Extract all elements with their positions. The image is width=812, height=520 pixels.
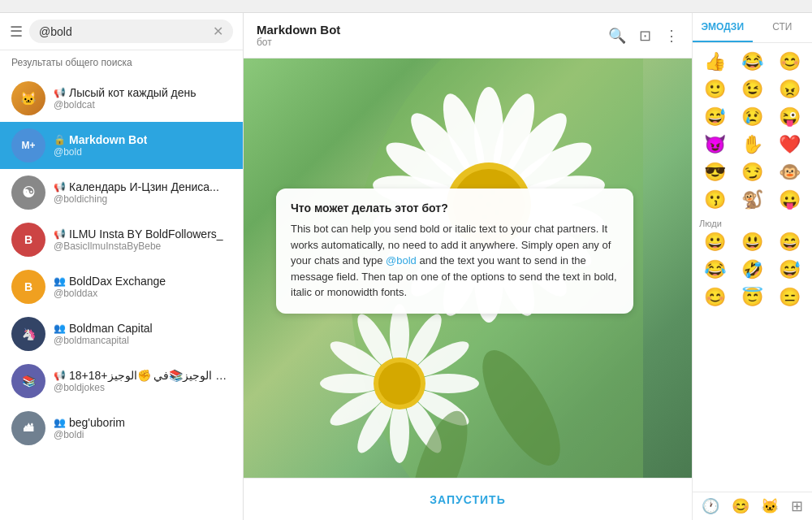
emoji-hand[interactable]: ✋ — [740, 132, 765, 157]
emoji-row-4: 😈 ✋ ❤️ — [696, 132, 809, 157]
bubble-title: Что может делать этот бот? — [291, 202, 619, 214]
emoji-sunglasses[interactable]: 😎 — [702, 160, 728, 184]
contact-item-boldcat[interactable]: 🐱 📢 Лысый кот каждый день @boldcat — [0, 75, 243, 122]
tab-stickers[interactable]: СТИ — [753, 13, 813, 42]
chat-title: Markdown Bot — [257, 23, 608, 37]
start-button[interactable]: ЗАПУСТИТЬ — [430, 493, 505, 506]
chat-background: Что может делать этот бот? This bot can … — [244, 58, 692, 478]
emoji-section-people: Люди — [696, 215, 809, 230]
search-chat-icon[interactable]: 🔍 — [608, 27, 626, 45]
contact-info-boldjokes: 📢 18+علم الوجيز📚في ✊الوجيز+18 @boldjokes — [54, 369, 231, 393]
emoji-slight-smile[interactable]: 🙂 — [702, 77, 728, 102]
avatar-bolddax: B — [11, 270, 45, 304]
contact-info-markdown: 🔒 Markdown Bot @bold — [54, 133, 231, 158]
emoji-wink-tongue[interactable]: 😜 — [777, 105, 802, 129]
emoji-kissing[interactable]: 😗 — [702, 188, 728, 212]
emoji-row-people-1: 😀 😃 😄 — [696, 230, 809, 254]
search-input[interactable] — [39, 25, 213, 38]
emoji-monkey-face[interactable]: 🐵 — [777, 160, 802, 184]
emoji-cry[interactable]: 😢 — [740, 105, 765, 129]
emoji-row-2: 🙂 😉 😠 — [696, 77, 809, 102]
emoji-wink[interactable]: 😉 — [740, 77, 765, 102]
svg-point-37 — [320, 374, 382, 393]
emoji-rofl[interactable]: 🤣 — [740, 258, 765, 282]
contact-name-markdown: Markdown Bot — [69, 133, 147, 146]
emoji-tongue[interactable]: 😛 — [777, 188, 802, 212]
chat-header: Markdown Bot бот 🔍 ⊡ ⋮ — [244, 13, 692, 58]
emoji-devil[interactable]: 😈 — [702, 132, 728, 157]
contact-handle-boldiching: @boldiching — [54, 193, 231, 205]
search-clear-icon[interactable]: ✕ — [213, 24, 223, 39]
emoji-smiley[interactable]: 😃 — [740, 230, 765, 254]
contact-item-beguborim[interactable]: 🏙 👥 beg'uborim @boldi — [0, 405, 243, 452]
emoji-thumbsup[interactable]: 👍 — [702, 50, 728, 74]
contact-item-boldjokes[interactable]: 📚 📢 18+علم الوجيز📚في ✊الوجيز+18 @boldjok… — [0, 358, 243, 405]
emoji-grid: 👍 😂 😊 🙂 😉 😠 😅 😢 😜 😈 ✋ ❤️ 😎 😏 — [693, 43, 812, 492]
channel-icon-basicilmu: 📢 — [54, 228, 66, 240]
contact-item-bolddax[interactable]: B 👥 BoldDax Exchange @bolddax — [0, 263, 243, 310]
emoji-smile[interactable]: 😊 — [777, 50, 802, 74]
chat-header-icons: 🔍 ⊡ ⋮ — [608, 27, 679, 45]
contact-name-basicilmu: ILMU Insta BY BoldFollowers_ — [69, 228, 223, 240]
contact-name-bolddax: BoldDax Exchange — [69, 275, 166, 288]
contact-info-boldiching: 📢 Календарь И-Цзин Дениса... @boldiching — [54, 180, 231, 205]
channel-icon-boldiching: 📢 — [54, 181, 66, 193]
contact-item-boldman[interactable]: 🦄 👥 Boldman Capital @boldmancapital — [0, 310, 243, 358]
emoji-row-6: 😗 🐒 😛 — [696, 188, 809, 212]
sidebar: ☰ ✕ Результаты общего поиска 🐱 📢 Лысый к… — [0, 13, 244, 520]
avatar-boldjokes: 📚 — [11, 364, 45, 398]
svg-point-34 — [390, 401, 409, 463]
contact-name-boldcat: Лысый кот каждый день — [69, 86, 197, 99]
animal-category-icon[interactable]: 🐱 — [761, 497, 779, 515]
avatar-basicilmu: B — [11, 223, 45, 257]
search-section-label: Результаты общего поиска — [0, 50, 243, 75]
contact-handle-bolddax: @bolddax — [54, 288, 231, 299]
contact-item-markdown[interactable]: M+ 🔒 Markdown Bot @bold — [0, 122, 243, 169]
contact-name-boldjokes: 18+علم الوجيز📚في ✊الوجيز+18 — [69, 369, 231, 382]
recent-icon[interactable]: 🕐 — [702, 497, 719, 515]
contact-info-boldcat: 📢 Лысый кот каждый день @boldcat — [54, 86, 231, 110]
grid-category-icon[interactable]: ⊞ — [791, 497, 803, 515]
emoji-blush[interactable]: 😊 — [702, 285, 728, 310]
emoji-row-5: 😎 😏 🐵 — [696, 160, 809, 184]
emoji-tabs: ЭМОДЗИ СТИ — [693, 13, 812, 43]
search-input-wrap: ✕ — [29, 20, 233, 43]
contact-item-basicilmu[interactable]: B 📢 ILMU Insta BY BoldFollowers_ @BasicI… — [0, 216, 243, 263]
avatar-boldman: 🦄 — [11, 317, 45, 351]
contact-item-boldiching[interactable]: ☯ 📢 Календарь И-Цзин Дениса... @boldichi… — [0, 169, 243, 216]
group-icon-bolddax: 👥 — [54, 275, 66, 287]
chat-subtitle: бот — [257, 37, 608, 48]
emoji-innocent[interactable]: 😇 — [740, 285, 765, 310]
contact-handle-boldcat: @boldcat — [54, 99, 231, 110]
message-bubble: Что может делать этот бот? This bot can … — [276, 188, 633, 314]
bubble-text: This bot can help you send bold or itali… — [291, 221, 619, 301]
emoji-row-people-2: 😂 🤣 😅 — [696, 258, 809, 282]
emoji-grin[interactable]: 😀 — [702, 230, 728, 254]
emoji-sweat-smile[interactable]: 😅 — [702, 105, 728, 129]
contact-name-boldiching: Календарь И-Цзин Дениса... — [69, 180, 219, 193]
emoji-sweat[interactable]: 😅 — [777, 258, 802, 282]
emoji-heart[interactable]: ❤️ — [777, 132, 802, 157]
layout-icon[interactable]: ⊡ — [639, 27, 651, 45]
more-icon[interactable]: ⋮ — [664, 27, 679, 45]
contact-handle-boldman: @boldmancapital — [54, 335, 231, 346]
avatar-beguborim: 🏙 — [11, 411, 45, 445]
emoji-grinning[interactable]: 😄 — [777, 230, 802, 254]
tab-emoji[interactable]: ЭМОДЗИ — [693, 13, 753, 42]
emoji-angry[interactable]: 😠 — [777, 77, 802, 102]
group-icon-beguborim: 👥 — [54, 417, 66, 428]
svg-point-41 — [378, 362, 421, 405]
emoji-laughing[interactable]: 😂 — [740, 50, 765, 74]
emoji-smirk[interactable]: 😏 — [740, 160, 765, 184]
emoji-monkey[interactable]: 🐒 — [740, 188, 765, 212]
emoji-expressionless[interactable]: 😑 — [777, 285, 802, 310]
contact-name-beguborim: beg'uborim — [69, 416, 125, 429]
avatar-boldiching: ☯ — [11, 176, 45, 210]
emoji-joy[interactable]: 😂 — [702, 258, 728, 282]
svg-point-31 — [417, 374, 479, 393]
emoji-row-1: 👍 😂 😊 — [696, 50, 809, 74]
emoji-bottom-bar: 🕐 😊 🐱 ⊞ — [693, 492, 812, 520]
emoji-category-icon[interactable]: 😊 — [732, 497, 749, 515]
hamburger-icon[interactable]: ☰ — [10, 23, 23, 41]
contact-info-beguborim: 👥 beg'uborim @boldi — [54, 416, 231, 440]
